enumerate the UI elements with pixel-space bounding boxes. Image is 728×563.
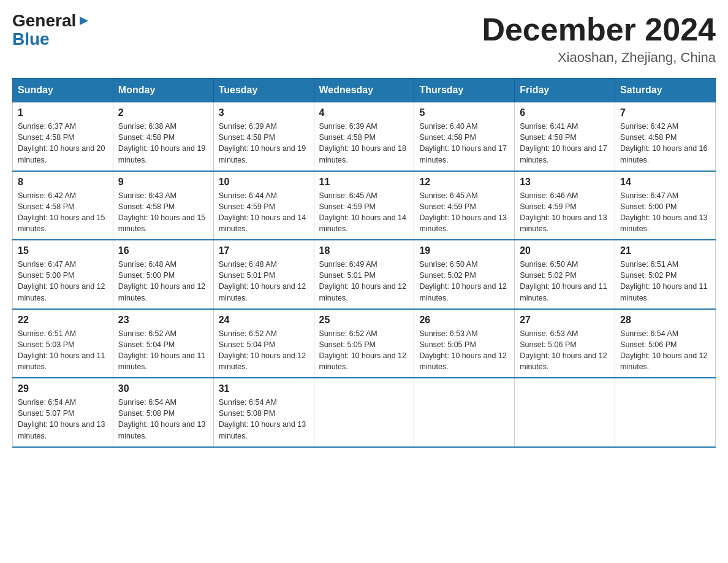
day-of-week-header: Thursday: [414, 79, 515, 102]
calendar-cell: [314, 378, 414, 447]
day-number: 1: [18, 107, 108, 118]
calendar-cell: 27Sunrise: 6:53 AMSunset: 5:06 PMDayligh…: [515, 309, 615, 378]
day-info: Sunrise: 6:51 AMSunset: 5:02 PMDaylight:…: [620, 259, 710, 304]
calendar-cell: 16Sunrise: 6:48 AMSunset: 5:00 PMDayligh…: [113, 240, 213, 309]
day-info: Sunrise: 6:54 AMSunset: 5:08 PMDaylight:…: [118, 397, 208, 442]
day-info: Sunrise: 6:54 AMSunset: 5:08 PMDaylight:…: [219, 397, 309, 442]
day-number: 12: [419, 177, 509, 188]
day-info: Sunrise: 6:53 AMSunset: 5:06 PMDaylight:…: [520, 328, 610, 373]
day-number: 19: [419, 245, 509, 256]
day-info: Sunrise: 6:42 AMSunset: 4:58 PMDaylight:…: [620, 121, 710, 166]
month-title: December 2024: [482, 12, 716, 47]
calendar-cell: 5Sunrise: 6:40 AMSunset: 4:58 PMDaylight…: [414, 102, 515, 171]
day-info: Sunrise: 6:37 AMSunset: 4:58 PMDaylight:…: [18, 121, 108, 166]
day-number: 3: [219, 107, 309, 118]
day-number: 6: [520, 107, 610, 118]
calendar-cell: 29Sunrise: 6:54 AMSunset: 5:07 PMDayligh…: [13, 378, 113, 447]
calendar-week-row: 29Sunrise: 6:54 AMSunset: 5:07 PMDayligh…: [13, 378, 716, 447]
day-info: Sunrise: 6:52 AMSunset: 5:05 PMDaylight:…: [319, 328, 409, 373]
calendar-week-row: 22Sunrise: 6:51 AMSunset: 5:03 PMDayligh…: [13, 309, 716, 378]
day-info: Sunrise: 6:39 AMSunset: 4:58 PMDaylight:…: [319, 121, 409, 166]
calendar-cell: 23Sunrise: 6:52 AMSunset: 5:04 PMDayligh…: [113, 309, 213, 378]
calendar-cell: 3Sunrise: 6:39 AMSunset: 4:58 PMDaylight…: [213, 102, 314, 171]
calendar-cell: 26Sunrise: 6:53 AMSunset: 5:05 PMDayligh…: [414, 309, 515, 378]
day-number: 24: [219, 315, 309, 326]
day-info: Sunrise: 6:45 AMSunset: 4:59 PMDaylight:…: [419, 190, 509, 235]
day-info: Sunrise: 6:39 AMSunset: 4:58 PMDaylight:…: [219, 121, 309, 166]
calendar-cell: 28Sunrise: 6:54 AMSunset: 5:06 PMDayligh…: [615, 309, 716, 378]
day-of-week-header: Sunday: [13, 79, 113, 102]
day-number: 20: [520, 245, 610, 256]
day-number: 9: [118, 177, 208, 188]
day-number: 29: [18, 383, 108, 394]
day-info: Sunrise: 6:50 AMSunset: 5:02 PMDaylight:…: [520, 259, 610, 304]
calendar-cell: 20Sunrise: 6:50 AMSunset: 5:02 PMDayligh…: [515, 240, 615, 309]
day-number: 7: [620, 107, 710, 118]
calendar-cell: 15Sunrise: 6:47 AMSunset: 5:00 PMDayligh…: [13, 240, 113, 309]
calendar-cell: 6Sunrise: 6:41 AMSunset: 4:58 PMDaylight…: [515, 102, 615, 171]
day-info: Sunrise: 6:52 AMSunset: 5:04 PMDaylight:…: [118, 328, 208, 373]
calendar-cell: 17Sunrise: 6:48 AMSunset: 5:01 PMDayligh…: [213, 240, 314, 309]
title-block: December 2024 Xiaoshan, Zhejiang, China: [482, 12, 716, 66]
logo: General Blue: [12, 12, 91, 49]
day-info: Sunrise: 6:42 AMSunset: 4:58 PMDaylight:…: [18, 190, 108, 235]
day-of-week-header: Saturday: [615, 79, 716, 102]
calendar-cell: 25Sunrise: 6:52 AMSunset: 5:05 PMDayligh…: [314, 309, 414, 378]
calendar-cell: 21Sunrise: 6:51 AMSunset: 5:02 PMDayligh…: [615, 240, 716, 309]
day-of-week-header: Tuesday: [213, 79, 314, 102]
day-number: 11: [319, 177, 409, 188]
calendar-week-row: 8Sunrise: 6:42 AMSunset: 4:58 PMDaylight…: [13, 171, 716, 240]
day-info: Sunrise: 6:43 AMSunset: 4:58 PMDaylight:…: [118, 190, 208, 235]
day-info: Sunrise: 6:47 AMSunset: 5:00 PMDaylight:…: [620, 190, 710, 235]
calendar-header-row: SundayMondayTuesdayWednesdayThursdayFrid…: [13, 79, 716, 102]
day-info: Sunrise: 6:44 AMSunset: 4:59 PMDaylight:…: [219, 190, 309, 235]
calendar-cell: 9Sunrise: 6:43 AMSunset: 4:58 PMDaylight…: [113, 171, 213, 240]
calendar-cell: 8Sunrise: 6:42 AMSunset: 4:58 PMDaylight…: [13, 171, 113, 240]
day-number: 25: [319, 315, 409, 326]
day-info: Sunrise: 6:47 AMSunset: 5:00 PMDaylight:…: [18, 259, 108, 304]
day-info: Sunrise: 6:53 AMSunset: 5:05 PMDaylight:…: [419, 328, 509, 373]
day-number: 14: [620, 177, 710, 188]
day-number: 13: [520, 177, 610, 188]
day-number: 18: [319, 245, 409, 256]
day-number: 30: [118, 383, 208, 394]
day-number: 5: [419, 107, 509, 118]
calendar-cell: 14Sunrise: 6:47 AMSunset: 5:00 PMDayligh…: [615, 171, 716, 240]
day-of-week-header: Friday: [515, 79, 615, 102]
location: Xiaoshan, Zhejiang, China: [482, 50, 716, 66]
calendar-cell: 7Sunrise: 6:42 AMSunset: 4:58 PMDaylight…: [615, 102, 716, 171]
day-info: Sunrise: 6:48 AMSunset: 5:00 PMDaylight:…: [118, 259, 208, 304]
day-info: Sunrise: 6:50 AMSunset: 5:02 PMDaylight:…: [419, 259, 509, 304]
day-info: Sunrise: 6:49 AMSunset: 5:01 PMDaylight:…: [319, 259, 409, 304]
calendar-cell: 10Sunrise: 6:44 AMSunset: 4:59 PMDayligh…: [213, 171, 314, 240]
calendar-week-row: 15Sunrise: 6:47 AMSunset: 5:00 PMDayligh…: [13, 240, 716, 309]
calendar-cell: 31Sunrise: 6:54 AMSunset: 5:08 PMDayligh…: [213, 378, 314, 447]
calendar-cell: 13Sunrise: 6:46 AMSunset: 4:59 PMDayligh…: [515, 171, 615, 240]
day-number: 22: [18, 315, 108, 326]
calendar-cell: 24Sunrise: 6:52 AMSunset: 5:04 PMDayligh…: [213, 309, 314, 378]
calendar-cell: 4Sunrise: 6:39 AMSunset: 4:58 PMDaylight…: [314, 102, 414, 171]
logo-blue: Blue: [12, 29, 50, 49]
day-info: Sunrise: 6:54 AMSunset: 5:06 PMDaylight:…: [620, 328, 710, 373]
day-number: 26: [419, 315, 509, 326]
calendar-cell: 1Sunrise: 6:37 AMSunset: 4:58 PMDaylight…: [13, 102, 113, 171]
logo-general: General: [12, 12, 76, 29]
day-number: 28: [620, 315, 710, 326]
day-number: 15: [18, 245, 108, 256]
calendar-cell: 30Sunrise: 6:54 AMSunset: 5:08 PMDayligh…: [113, 378, 213, 447]
day-info: Sunrise: 6:51 AMSunset: 5:03 PMDaylight:…: [18, 328, 108, 373]
calendar-cell: [515, 378, 615, 447]
day-number: 27: [520, 315, 610, 326]
day-of-week-header: Monday: [113, 79, 213, 102]
calendar-cell: 19Sunrise: 6:50 AMSunset: 5:02 PMDayligh…: [414, 240, 515, 309]
calendar-cell: 2Sunrise: 6:38 AMSunset: 4:58 PMDaylight…: [113, 102, 213, 171]
day-number: 2: [118, 107, 208, 118]
logo-arrow-icon: [77, 14, 91, 28]
calendar-cell: [615, 378, 716, 447]
calendar-week-row: 1Sunrise: 6:37 AMSunset: 4:58 PMDaylight…: [13, 102, 716, 171]
day-of-week-header: Wednesday: [314, 79, 414, 102]
calendar-table: SundayMondayTuesdayWednesdayThursdayFrid…: [12, 78, 716, 448]
day-number: 31: [219, 383, 309, 394]
day-number: 23: [118, 315, 208, 326]
calendar-cell: 18Sunrise: 6:49 AMSunset: 5:01 PMDayligh…: [314, 240, 414, 309]
